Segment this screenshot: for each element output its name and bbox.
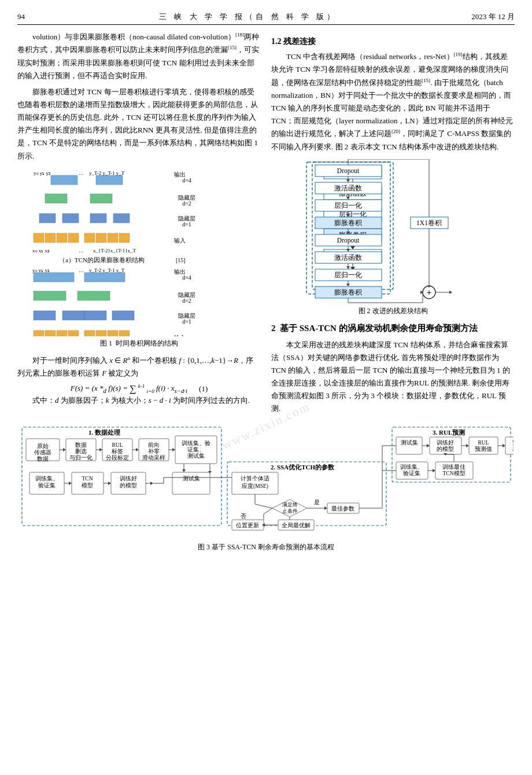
svg-text:的模型: 的模型 <box>120 482 137 488</box>
left-para3: 对于一维时间序列输入 x ∈ Rn 和一个卷积核 f : {0,1,…,k−1}… <box>17 354 261 380</box>
figure3-caption: 图 3 基于 SSA-TCN 剩余寿命预测的基本流程 <box>17 542 515 552</box>
svg-rect-17 <box>119 233 130 243</box>
svg-text:y₀ y₁ y₂: y₀ y₁ y₂ <box>34 170 51 176</box>
svg-marker-87 <box>346 179 350 182</box>
svg-text:删选: 删选 <box>75 448 87 454</box>
svg-text:计算个体适: 计算个体适 <box>241 475 269 482</box>
svg-text:滑动采样: 滑动采样 <box>142 454 165 461</box>
svg-rect-50 <box>108 330 118 336</box>
formula-text: F(s) = (x *d f)(s) = ∑ k-1 i=0 f(i) · xs… <box>71 383 187 394</box>
svg-text:传感器: 传感器 <box>34 449 51 456</box>
svg-text:1. 数据处理: 1. 数据处理 <box>88 429 121 436</box>
svg-text:y₀ y₁ y₂: y₀ y₁ y₂ <box>32 267 50 273</box>
svg-text:y_T-2 y_T-1 y_T: y_T-2 y_T-1 y_T <box>89 170 125 176</box>
svg-text:x_{T-2}x_{T-1}x_T: x_{T-2}x_{T-1}x_T <box>93 248 136 254</box>
svg-rect-12 <box>57 233 67 243</box>
svg-marker-226 <box>503 444 505 447</box>
left-para4: 式中：d 为膨胀因子；k 为核大小；s − d · i 为时间序列过去的方向. <box>17 394 261 407</box>
svg-text:预测结: 预测结 <box>512 439 513 446</box>
svg-text:y_T-2 y_T-1 y_T: y_T-2 y_T-1 y_T <box>89 267 125 273</box>
svg-text:x₀ x₁ x₂: x₀ x₁ x₂ <box>32 248 50 254</box>
svg-text:原始: 原始 <box>37 443 49 449</box>
main-content: volution）与非因果膨胀卷积（non-causal dilated con… <box>17 31 515 418</box>
svg-marker-221 <box>466 444 469 447</box>
svg-rect-10 <box>34 233 44 243</box>
svg-text:训练集、: 训练集、 <box>400 464 423 470</box>
svg-text:TCN模型: TCN模型 <box>442 470 465 476</box>
header-date: 2023 年 12 月 <box>471 12 515 22</box>
svg-marker-143 <box>63 448 66 451</box>
svg-text:3. RUL预测: 3. RUL预测 <box>433 429 465 436</box>
svg-text:证集、: 证集、 <box>187 446 205 453</box>
svg-text:膨胀卷积: 膨胀卷积 <box>334 219 362 226</box>
figure2-container: Dropout 激活函数 层归一化 <box>271 159 515 316</box>
svg-rect-58 <box>34 273 74 282</box>
svg-text:是: 是 <box>314 499 320 505</box>
svg-line-197 <box>255 504 272 508</box>
page: www.zixin.com 94 三 峡 大 学 学 报（自 然 科 学 版） … <box>0 0 532 775</box>
svg-text:RUL: RUL <box>112 442 123 448</box>
svg-marker-131 <box>449 291 452 294</box>
svg-rect-54 <box>84 311 106 320</box>
svg-text:1X1卷积: 1X1卷积 <box>416 219 442 226</box>
svg-rect-51 <box>119 330 130 336</box>
svg-text:应度(MSE): 应度(MSE) <box>242 483 268 490</box>
svg-text:预测值: 预测值 <box>475 446 492 452</box>
svg-text:膨胀卷积: 膨胀卷积 <box>334 289 362 296</box>
svg-rect-46 <box>57 330 67 336</box>
svg-marker-216 <box>427 444 430 447</box>
svg-rect-15 <box>96 233 106 243</box>
svg-marker-107 <box>346 266 350 269</box>
svg-text:输入: 输入 <box>174 335 186 336</box>
svg-text:层归一化: 层归一化 <box>334 202 362 209</box>
svg-rect-14 <box>84 233 95 243</box>
svg-text:输入: 输入 <box>174 237 186 244</box>
ref20: [20] <box>391 128 400 134</box>
svg-rect-56 <box>34 291 66 300</box>
svg-text:最佳参数: 最佳参数 <box>331 505 354 512</box>
svg-text:止条件: 止条件 <box>282 508 297 514</box>
svg-text:d=4: d=4 <box>182 274 191 281</box>
section12-title: 1.2 残差连接 <box>271 36 515 47</box>
svg-rect-16 <box>108 233 118 243</box>
svg-rect-25 <box>96 175 123 185</box>
ref15b: [15] <box>422 78 430 83</box>
svg-rect-53 <box>62 311 84 320</box>
left-para2: 膨胀卷积通过对 TCN 每一层卷积核进行零填充，使得卷积核的感受也随着卷积层数的… <box>17 86 261 163</box>
svg-rect-23 <box>90 194 112 203</box>
svg-marker-167 <box>182 469 186 472</box>
svg-marker-172 <box>69 482 72 485</box>
section2-title: 2 基于 SSA-TCN 的涡扇发动机剩余使用寿命预测方法 <box>271 323 515 334</box>
svg-rect-20 <box>90 214 106 223</box>
formula-container: F(s) = (x *d f)(s) = ∑ k-1 i=0 f(i) · xs… <box>17 383 261 394</box>
svg-marker-111 <box>346 284 350 287</box>
svg-marker-149 <box>99 448 102 451</box>
figure2-caption: 图 2 改进的残差块结构 <box>271 306 515 316</box>
svg-text:Dropout: Dropout <box>337 237 359 244</box>
left-column: volution）与非因果膨胀卷积（non-causal dilated con… <box>17 31 261 418</box>
svg-text:分段标定: 分段标定 <box>106 454 129 461</box>
svg-text:+: + <box>426 288 431 297</box>
svg-text:d=1: d=1 <box>182 318 191 325</box>
svg-rect-19 <box>62 214 79 223</box>
figure1-caption: 图 1 时间卷积网络的结构 <box>17 339 261 348</box>
svg-rect-48 <box>84 330 95 336</box>
svg-text:d=1: d=1 <box>182 221 191 227</box>
svg-rect-22 <box>45 194 67 203</box>
svg-text:否: 否 <box>241 513 246 519</box>
flowchart-svg: 1. 数据处理 2. SSA优化TCH的参数 3. RUL预测 原始 传感器 数… <box>19 424 513 540</box>
right-para1: TCN 中含有残差网络（residual networks，res-Net）[1… <box>271 50 515 153</box>
figure1-container: 输出 d=4 隐藏层 d=2 隐藏层 d=1 输入 x₀ x₁ x₂ … x_{… <box>17 168 261 348</box>
svg-text:训练最佳: 训练最佳 <box>442 464 466 470</box>
svg-text:测试集: 测试集 <box>183 475 200 482</box>
svg-text:d=4: d=4 <box>182 177 191 183</box>
svg-text:满足终: 满足终 <box>282 502 297 508</box>
svg-text:数据: 数据 <box>75 442 87 448</box>
section2-para: 本文采用改进的残差块构建深度 TCN 结构体系，并结合麻雀搜索算法（SSA）对关… <box>271 339 515 416</box>
svg-text:d=2: d=2 <box>182 200 191 207</box>
svg-text:训练集、验: 训练集、验 <box>182 440 210 446</box>
svg-text:训练集、: 训练集、 <box>35 475 58 482</box>
svg-rect-13 <box>68 233 79 243</box>
svg-text:激活函数: 激活函数 <box>334 185 362 192</box>
svg-text:补零: 补零 <box>148 448 160 454</box>
